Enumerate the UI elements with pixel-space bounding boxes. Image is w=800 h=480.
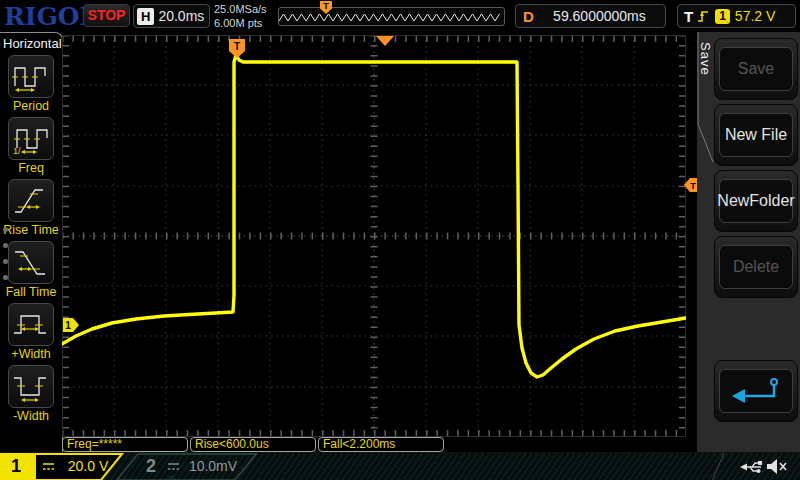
- top-status-bar: RIGOL STOP H 20.0ms 25.0MSa/s 6.00M pts …: [0, 0, 800, 32]
- h-label: H: [137, 8, 154, 25]
- menu-tab-save: Save: [698, 42, 713, 76]
- channel1-badge[interactable]: 1: [11, 456, 21, 477]
- period-icon: [8, 55, 54, 98]
- save-menu-panel: Save Save New File NewFolder Delete: [697, 32, 800, 452]
- fall-time-icon: [8, 241, 54, 284]
- dc-coupling-icon: [42, 462, 55, 472]
- menu-item-label: -Width: [3, 409, 59, 423]
- menu-item-label: +Width: [3, 347, 59, 361]
- svg-text:T: T: [690, 181, 696, 191]
- menu-item-label: Rise Time: [3, 223, 59, 237]
- preview-waveform: [279, 8, 504, 25]
- t-label: T: [684, 8, 693, 25]
- acquisition-readout: 25.0MSa/s 6.00M pts: [214, 2, 267, 30]
- save-button[interactable]: Save: [714, 38, 798, 100]
- menu-title: Horizontal: [0, 33, 62, 51]
- timebase-value: 20.0ms: [158, 8, 204, 24]
- channel2-scale[interactable]: 10.0mV: [182, 458, 244, 474]
- channel-shapes: [0, 453, 800, 480]
- sample-rate: 25.0MSa/s: [214, 2, 267, 16]
- menu-item-minus-width[interactable]: -Width: [3, 365, 59, 423]
- timebase-readout[interactable]: H 20.0ms: [133, 4, 210, 28]
- channel2-badge[interactable]: 2: [146, 456, 156, 477]
- plus-width-icon: [8, 303, 54, 346]
- return-arrow-icon: [728, 376, 784, 406]
- d-label: D: [523, 8, 534, 25]
- rising-edge-icon: [697, 8, 710, 24]
- trigger-readout[interactable]: T 1 57.2 V: [677, 4, 796, 28]
- oscilloscope-screen: RIGOL STOP H 20.0ms 25.0MSa/s 6.00M pts …: [0, 0, 800, 480]
- svg-text:T: T: [234, 41, 240, 52]
- speaker-muted-icon: [766, 456, 788, 477]
- menu-item-freq[interactable]: 1/ Freq: [3, 117, 59, 175]
- minus-width-icon: [8, 365, 54, 408]
- channel1-scale[interactable]: 20.0 V: [58, 458, 118, 474]
- menu-item-label: Fall Time: [3, 285, 59, 299]
- measurement-row: Freq=***** Rise<600.0us Fall<2.200ms: [62, 437, 444, 452]
- back-button[interactable]: [714, 360, 798, 422]
- menu-page-indicator: [3, 227, 8, 291]
- delay-value: 59.6000000ms: [534, 8, 665, 24]
- trigger-source-badge: 1: [715, 9, 730, 24]
- menu-item-label: Period: [3, 99, 59, 113]
- delete-button[interactable]: Delete: [714, 236, 798, 298]
- menu-item-fall-time[interactable]: Fall Time: [3, 241, 59, 299]
- new-file-button[interactable]: New File: [714, 104, 798, 166]
- trigger-level-marker[interactable]: T: [684, 177, 698, 197]
- menu-item-plus-width[interactable]: +Width: [3, 303, 59, 361]
- new-folder-button[interactable]: NewFolder: [714, 170, 798, 232]
- dc-coupling-icon: [167, 462, 180, 472]
- menu-item-label: Freq: [3, 161, 59, 175]
- svg-text:1/: 1/: [13, 146, 21, 156]
- measurement-rise: Rise<600.0us: [190, 437, 316, 452]
- measurement-fall: Fall<2.200ms: [318, 437, 444, 452]
- freq-icon: 1/: [8, 117, 54, 160]
- channel1-level-marker[interactable]: 1: [63, 317, 80, 337]
- graticule: T: [62, 35, 686, 437]
- run-stop-indicator[interactable]: STOP: [83, 4, 130, 27]
- horizontal-measure-menu: Horizontal Period 1/: [0, 32, 63, 452]
- menu-item-rise-time[interactable]: Rise Time: [3, 179, 59, 237]
- waveform-display: T 1 T: [62, 35, 686, 437]
- waveform-preview-strip[interactable]: [278, 7, 505, 26]
- rise-time-icon: [8, 179, 54, 222]
- delay-readout[interactable]: D 59.6000000ms: [515, 4, 666, 28]
- memory-depth: 6.00M pts: [214, 16, 267, 30]
- channel-status-bar: 1 20.0 V 2 10.0mV: [0, 452, 800, 480]
- svg-text:1: 1: [65, 320, 71, 331]
- measurement-freq: Freq=*****: [62, 437, 188, 452]
- usb-icon: [740, 458, 764, 476]
- trigger-level-value: 57.2 V: [735, 8, 775, 24]
- menu-item-period[interactable]: Period: [3, 55, 59, 113]
